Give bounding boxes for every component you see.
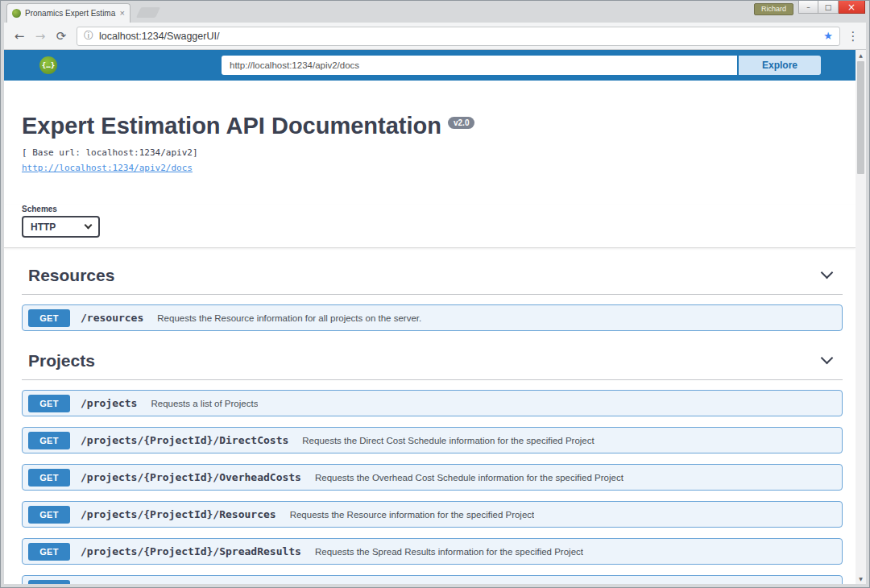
operation-row[interactable]: GET /projects/{ProjectId}/SpreadResults … [22,538,843,565]
section-header-resources[interactable]: Resources [22,256,843,295]
operations-list: GET /resources Requests the Resource inf… [22,295,843,331]
browser-window: Pronamics Expert Estima × Richard – □ × … [0,0,870,588]
chevron-down-icon[interactable] [821,352,834,365]
maximize-button[interactable]: □ [818,1,839,14]
scroll-up-icon[interactable]: ▲ [856,50,866,60]
get-method-badge: GET [28,580,70,585]
close-button[interactable]: × [839,1,865,14]
get-method-badge: GET [28,543,70,561]
docs-link[interactable]: http://localhost:1234/apiv2/docs [22,163,193,173]
operation-summary: Requests the Overhead Cost Schedule info… [315,473,624,482]
section-header-projects[interactable]: Projects [22,342,843,380]
section-title: Resources [28,266,114,285]
tab-close-icon[interactable]: × [120,9,125,18]
page-info-icon[interactable]: ⓘ [84,29,93,43]
page-title: Expert Estimation API Documentationv2.0 [22,113,838,139]
api-info: Expert Estimation API Documentationv2.0 … [4,81,856,174]
operation-row[interactable]: GET /projects/{ProjectId}/DirectCosts Re… [22,427,843,453]
schemes-container: Schemes HTTP [4,205,856,248]
forward-icon: → [30,29,51,43]
schemes-label: Schemes [22,205,838,213]
operation-summary: Requests the Resource information for al… [157,313,421,323]
operation-row[interactable]: GET /projects/{ProjectId}/OverheadCosts … [22,464,843,491]
operation-row[interactable]: GET /projects Requests a list of Project… [22,390,843,416]
operation-path: /projects/{ProjectId}/SpreadResults [81,545,301,557]
swagger-page: Expert Estimation API Documentationv2.0 … [4,81,856,584]
browser-toolbar: ← → ⟳ ⓘ localhost:1234/SwaggerUI/ ★ ⋮ [4,23,866,50]
browser-menu-icon[interactable]: ⋮ [845,29,861,43]
address-bar[interactable]: ⓘ localhost:1234/SwaggerUI/ ★ [77,27,840,46]
scroll-down-icon[interactable]: ▼ [856,574,866,584]
operation-path: /projects/{ProjectId}/OverheadCosts [81,471,301,483]
api-sections: Resources GET /resources Requests the Re… [4,248,856,584]
operation-row[interactable]: GET /resources Requests the Resource inf… [22,304,843,331]
bookmark-star-icon[interactable]: ★ [823,30,833,42]
base-url: [ Base url: localhost:1234/apiv2] [22,147,838,158]
operation-row[interactable]: GET /projects/{ProjectId}/Resources Requ… [22,501,843,528]
operation-path: /projects/{ProjectId}/ProjectSummary [81,582,308,584]
new-tab-button[interactable] [136,7,160,18]
tab-title: Pronamics Expert Estima [25,9,116,18]
url-text: localhost:1234/SwaggerUI/ [99,31,818,42]
refresh-icon[interactable]: ⟳ [51,29,72,43]
operation-path: /projects/{ProjectId}/Resources [81,508,276,520]
operation-row[interactable]: GET /projects/{ProjectId}/ProjectSummary… [22,575,843,584]
get-method-badge: GET [28,395,70,412]
version-badge: v2.0 [448,117,474,129]
api-title-text: Expert Estimation API Documentation [22,113,441,139]
minimize-button[interactable]: – [798,1,818,14]
operation-summary: Requests a list of Projects [151,399,258,408]
operation-summary: Requests the Resource information for th… [290,510,535,520]
operation-summary: Requests the Project Summary information… [321,584,598,585]
window-controls: – □ × [798,1,865,14]
browser-viewport: {…} Explore Expert Estimation API Docume… [4,50,866,584]
back-icon[interactable]: ← [9,29,30,43]
scheme-select[interactable]: HTTP [22,216,100,238]
operation-path: /projects/{ProjectId}/DirectCosts [81,434,288,446]
get-method-badge: GET [28,309,70,327]
swagger-logo-icon: {…} [39,56,57,74]
operation-path: /projects [81,397,137,409]
get-method-badge: GET [28,469,70,487]
operation-summary: Requests the Direct Cost Schedule inform… [302,436,594,445]
browser-tab[interactable]: Pronamics Expert Estima × [6,3,130,23]
page-scrollbar[interactable]: ▲ ▼ [856,50,866,584]
profile-badge[interactable]: Richard [754,3,793,15]
tab-favicon [12,9,21,18]
swagger-topbar: {…} Explore [4,50,856,81]
section-title: Projects [28,351,95,371]
scrollbar-thumb[interactable] [857,61,864,174]
titlebar: Pronamics Expert Estima × Richard – □ × [4,1,866,23]
chevron-down-icon[interactable] [821,267,834,280]
explore-button[interactable]: Explore [739,56,821,75]
chevron-down-icon [85,222,93,230]
operation-path: /resources [81,312,143,324]
spec-url-input[interactable] [222,56,737,75]
operation-summary: Requests the Spread Results information … [315,547,583,557]
scheme-selected-value: HTTP [31,222,56,233]
operations-list: GET /projects Requests a list of Project… [22,380,843,584]
get-method-badge: GET [28,432,70,449]
get-method-badge: GET [28,506,70,524]
